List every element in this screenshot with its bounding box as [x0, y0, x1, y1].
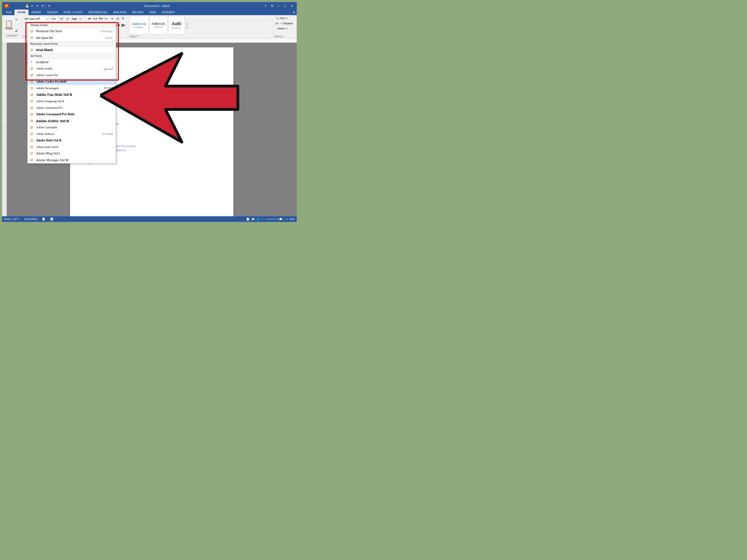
font-item-adobe-fangsong[interactable]: O Adobe Fangsong Std R: [28, 98, 116, 105]
zoom-in-button[interactable]: +: [286, 217, 288, 221]
paste-label: Paste: [5, 27, 12, 30]
font-item-gillsans[interactable]: O Gill Sans MT (Body): [28, 34, 116, 41]
font-item-adobe-garamond-bold[interactable]: O Adobe Garamond Pro Bold: [28, 111, 116, 117]
replace-button[interactable]: ab→c Replace: [274, 21, 294, 25]
table-icon[interactable]: 📊: [50, 218, 53, 221]
copy-button[interactable]: 📄: [14, 23, 19, 28]
font-item-adobe-gothic[interactable]: O Adobe Gothic Std B: [28, 117, 116, 124]
font-icon-adobe-heiti: O: [30, 139, 34, 142]
font-icon-adobe-gothic: O: [30, 119, 34, 123]
scroll-up-icon: ▲: [186, 22, 188, 24]
tab-page-layout[interactable]: PAGE LAYOUT: [61, 9, 86, 15]
zoom-slider[interactable]: [265, 219, 284, 219]
font-size-dropdown[interactable]: ▾: [55, 18, 56, 20]
font-name-adobe-gothic: Adobe Gothic Std B: [36, 119, 113, 123]
paste-dropdown[interactable]: ▾: [12, 27, 13, 30]
tab-mailings[interactable]: MAILINGS: [110, 9, 129, 15]
font-name-dropdown[interactable]: ▾: [47, 18, 48, 20]
find-button[interactable]: 🔍 Find ▾: [274, 16, 288, 20]
undo-button[interactable]: ↩: [30, 3, 34, 8]
font-item-adobe-gurmukhi[interactable]: O Adobe Gurmukhi: [28, 124, 116, 131]
font-item-adobe-kaiti[interactable]: O Adobe Kaiti Std R: [28, 144, 116, 150]
web-view-icon[interactable]: 🌐: [257, 218, 260, 221]
increase-indent-button[interactable]: ⇥: [109, 16, 114, 21]
select-dropdown-icon[interactable]: ▾: [286, 27, 287, 30]
separator: |: [45, 4, 46, 8]
tab-design[interactable]: DESIGN: [44, 9, 61, 15]
font-item-bookman[interactable]: O Bookman Old Style (Headings): [28, 28, 116, 34]
collapse-ribbon-button[interactable]: ▾: [291, 10, 297, 15]
style-normal[interactable]: AaBbCcDc ¶ Normal: [150, 16, 168, 34]
decrease-indent-button[interactable]: ⇤: [104, 16, 109, 21]
cut-button[interactable]: ✂: [14, 17, 19, 22]
font-item-acadref[interactable]: T AcadEref: [28, 59, 116, 65]
close-button[interactable]: ✕: [288, 3, 295, 9]
find-dropdown-icon[interactable]: ▾: [286, 17, 287, 19]
font-item-adobe-ming[interactable]: O Adobe Ming Std L: [28, 150, 116, 157]
font-name-acadref: AcadEref: [36, 60, 113, 64]
sort-button[interactable]: ↕A: [115, 16, 120, 21]
change-case-button[interactable]: Aa▾: [72, 16, 77, 22]
font-size-input[interactable]: 10 ▾: [50, 16, 59, 22]
select-button[interactable]: ↓ Select ▾: [274, 26, 288, 31]
window-title: Document1 - Word: [51, 4, 262, 8]
font-icon-acadref: T: [30, 60, 34, 64]
font-item-adobe-arabic[interactable]: O Adobe Arabic أيجد هوز: [28, 65, 116, 72]
minimize-button[interactable]: ─: [275, 3, 282, 9]
paste-button[interactable]: 📋 Paste ▾: [5, 21, 13, 30]
font-item-arial-black[interactable]: O Arial Black: [28, 47, 116, 53]
maximize-button[interactable]: □: [282, 3, 288, 9]
font-name-row: Gill Sans MT ▾ 10 ▾ A⁺ A⁻ Aa▾ A: [23, 16, 83, 22]
font-name-gillsans: Gill Sans MT: [36, 36, 105, 40]
font-name-input[interactable]: Gill Sans MT ▾: [23, 16, 49, 22]
editing-expand[interactable]: ▲: [282, 35, 284, 37]
style-personal-sample: AaBl: [171, 22, 183, 26]
show-hide-button[interactable]: ¶: [121, 16, 126, 21]
help-button[interactable]: ?: [262, 3, 269, 9]
font-item-adobe-heiti[interactable]: O Adobe Heiti Std R: [28, 137, 116, 144]
font-item-adobe-caslon-bold[interactable]: O Adobe Caslon Pro Bold: [28, 78, 116, 85]
tab-view[interactable]: VIEW: [146, 9, 159, 15]
zoom-out-button[interactable]: −: [262, 217, 263, 221]
tab-references[interactable]: REFERENCES: [86, 9, 110, 15]
review-icon[interactable]: 📝: [42, 218, 46, 221]
font-item-adobe-garamond[interactable]: O Adobe Garamond Pro: [28, 105, 116, 111]
tab-home[interactable]: HOME: [15, 9, 28, 15]
format-painter-button[interactable]: 🖌: [14, 28, 19, 33]
font-item-adobe-myungjo[interactable]: O Adobe Myungjo Std M: [28, 157, 116, 163]
multilevel-button[interactable]: ☰▾: [98, 16, 103, 21]
font-item-adobe-caslon[interactable]: O Adobe Caslon Pro: [28, 72, 116, 78]
editing-group: 🔍 Find ▾ ab→c Replace ↓ Select ▾ Editing…: [273, 16, 296, 38]
paste-icon: 📋: [5, 21, 13, 27]
tab-insert[interactable]: INSERT: [28, 9, 44, 15]
font-name-adobe-garamond: Adobe Garamond Pro: [36, 106, 113, 110]
redo-button[interactable]: ↺: [40, 3, 45, 8]
styles-expand[interactable]: ⧉: [137, 35, 138, 37]
borders-button[interactable]: ▦▾: [121, 23, 126, 28]
numbering-button[interactable]: 1.▾: [93, 16, 98, 21]
font-dropdown-scroll[interactable]: Theme Fonts O Bookman Old Style (Heading…: [28, 22, 116, 163]
font-item-adobe-hebrew[interactable]: O Adobe Hebrew אבגד הוז: [28, 131, 116, 137]
font-grow-button[interactable]: A⁺: [59, 16, 65, 22]
style-header[interactable]: AaBbCcDc ¶ Header...: [130, 16, 149, 34]
font-item-adobe-fan[interactable]: O Adobe Fan Heiti Std B: [28, 91, 116, 98]
clipboard-expand[interactable]: ⧉: [17, 34, 18, 36]
layout-view-icon[interactable]: 📄: [246, 218, 250, 221]
tab-file[interactable]: FILE: [3, 9, 15, 15]
font-name-adobe-fangsong: Adobe Fangsong Std R: [36, 99, 113, 103]
font-shrink-button[interactable]: A⁻: [66, 16, 71, 22]
tab-review[interactable]: REVIEW: [129, 9, 146, 15]
save-button[interactable]: 💾: [25, 3, 29, 8]
clipboard-buttons: ✂ 📄 🖌: [14, 17, 19, 33]
font-item-adobe-devanagari[interactable]: O Adobe Devanagari देवनागारी: [28, 85, 116, 91]
style-personal[interactable]: AaBl Personal...: [168, 16, 185, 34]
customize-button[interactable]: ▾: [47, 3, 51, 8]
bullets-button[interactable]: ≡▾: [87, 16, 92, 21]
tab-acrobat[interactable]: ACROBAT: [159, 9, 178, 15]
read-view-icon[interactable]: 📖: [251, 218, 255, 221]
undo-dropdown[interactable]: ▾: [35, 3, 40, 8]
styles-scroll[interactable]: ▲ ▼ ◢: [186, 16, 188, 34]
clear-formatting-button[interactable]: A: [78, 16, 83, 22]
font-name-adobe-caslon: Adobe Caslon Pro: [36, 73, 113, 77]
restore-button[interactable]: ⧉: [269, 3, 275, 9]
